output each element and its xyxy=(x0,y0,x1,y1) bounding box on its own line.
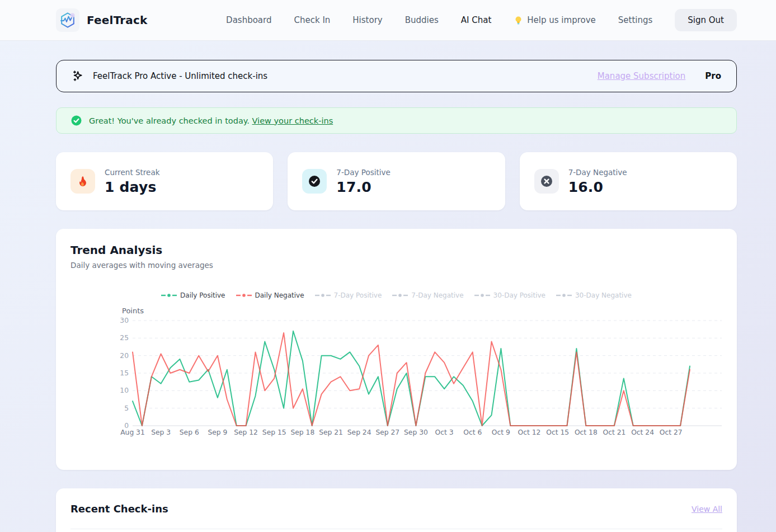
legend-label: 7-Day Positive xyxy=(334,291,382,299)
x-tick-label: Oct 15 xyxy=(546,429,569,436)
stat-card-7day-positive: 7-Day Positive 17.0 xyxy=(288,152,505,210)
stat-value: 16.0 xyxy=(568,179,627,195)
x-tick-label: Sep 3 xyxy=(151,429,171,436)
checked-in-banner: Great! You've already checked in today. … xyxy=(56,107,737,134)
x-tick-label: Oct 3 xyxy=(435,429,454,436)
trend-line-chart: Points051015202530Aug 31Sep 3Sep 6Sep 9S… xyxy=(70,304,722,443)
x-tick-label: Aug 31 xyxy=(120,429,145,436)
trend-subtitle: Daily averages with moving averages xyxy=(70,261,722,270)
series-line-daily-positive xyxy=(133,331,690,426)
nav-history[interactable]: History xyxy=(352,15,382,25)
feeltrack-logo-icon xyxy=(59,12,76,29)
legend-item-7-day-positive[interactable]: 7-Day Positive xyxy=(315,291,382,299)
checked-in-message: Great! You've already checked in today. xyxy=(89,116,250,125)
main-nav: Dashboard Check In History Buddies AI Ch… xyxy=(226,9,737,31)
x-tick-label: Sep 24 xyxy=(347,429,371,436)
legend-label: 30-Day Negative xyxy=(575,291,632,299)
legend-item-daily-positive[interactable]: Daily Positive xyxy=(161,291,225,299)
legend-item-30-day-negative[interactable]: 30-Day Negative xyxy=(556,291,632,299)
flame-icon xyxy=(77,175,89,187)
divider xyxy=(70,529,722,529)
x-tick-label: Oct 21 xyxy=(603,429,626,436)
x-tick-label: Sep 21 xyxy=(319,429,343,436)
y-tick-label: 15 xyxy=(120,369,129,377)
x-tile xyxy=(534,169,559,194)
x-tick-label: Sep 30 xyxy=(404,429,428,436)
x-tick-label: Sep 15 xyxy=(262,429,286,436)
legend-label: 7-Day Negative xyxy=(411,291,463,299)
legend-marker xyxy=(161,293,177,298)
y-tick-label: 10 xyxy=(120,387,129,394)
check-circle-icon xyxy=(308,175,321,187)
y-tick-label: 25 xyxy=(120,334,129,342)
x-tick-label: Sep 12 xyxy=(234,429,258,436)
legend-item-30-day-positive[interactable]: 30-Day Positive xyxy=(474,291,545,299)
dashboard-content: FeelTrack Pro Active - Unlimited check-i… xyxy=(0,41,776,532)
stat-card-7day-negative: 7-Day Negative 16.0 xyxy=(520,152,737,210)
legend-marker xyxy=(556,293,572,298)
nav-dashboard[interactable]: Dashboard xyxy=(226,15,271,25)
nav-help-us-improve[interactable]: Help us improve xyxy=(514,15,595,25)
legend-item-daily-negative[interactable]: Daily Negative xyxy=(236,291,304,299)
legend-label: 30-Day Positive xyxy=(493,291,545,299)
x-tick-label: Oct 27 xyxy=(660,429,683,436)
x-tick-label: Sep 6 xyxy=(180,429,199,436)
pro-subscription-banner: FeelTrack Pro Active - Unlimited check-i… xyxy=(56,60,737,92)
x-tick-label: Sep 27 xyxy=(375,429,399,436)
series-line-daily-negative xyxy=(133,333,690,426)
legend-item-7-day-negative[interactable]: 7-Day Negative xyxy=(392,291,463,299)
manage-subscription-link[interactable]: Manage Subscription xyxy=(598,71,686,81)
legend-marker xyxy=(392,293,408,298)
check-circle-icon xyxy=(71,115,82,126)
stat-card-current-streak: Current Streak 1 days xyxy=(56,152,273,210)
trend-title: Trend Analysis xyxy=(70,243,722,257)
x-tick-label: Oct 24 xyxy=(631,429,654,436)
y-tick-label: 5 xyxy=(124,404,129,412)
pro-banner-text: FeelTrack Pro Active - Unlimited check-i… xyxy=(93,71,267,81)
pro-badge: Pro xyxy=(705,71,721,81)
stat-value: 1 days xyxy=(105,179,160,195)
legend-marker xyxy=(315,293,331,298)
stat-label: 7-Day Positive xyxy=(336,168,390,177)
nav-ai-chat[interactable]: AI Chat xyxy=(461,15,492,25)
y-tick-label: 20 xyxy=(120,352,129,360)
legend-label: Daily Negative xyxy=(255,291,304,299)
stat-label: Current Streak xyxy=(105,168,160,177)
flame-tile xyxy=(70,169,95,194)
trend-chart-area: Points051015202530Aug 31Sep 3Sep 6Sep 9S… xyxy=(70,304,722,445)
lightbulb-icon xyxy=(514,16,523,25)
nav-buddies[interactable]: Buddies xyxy=(405,15,439,25)
view-check-ins-link[interactable]: View your check-ins xyxy=(252,116,333,125)
check-tile xyxy=(302,169,327,194)
top-navigation-bar: FeelTrack Dashboard Check In History Bud… xyxy=(0,0,776,41)
y-axis-title: Points xyxy=(122,307,144,315)
legend-marker xyxy=(236,293,252,298)
x-circle-icon xyxy=(540,175,553,187)
stat-value: 17.0 xyxy=(336,179,390,195)
app-logo xyxy=(56,8,79,32)
view-all-link[interactable]: View All xyxy=(692,505,722,514)
chart-legend: Daily PositiveDaily Negative7-Day Positi… xyxy=(70,291,722,300)
recent-checkins-title: Recent Check-ins xyxy=(70,503,168,515)
stat-label: 7-Day Negative xyxy=(568,168,627,177)
sign-out-button[interactable]: Sign Out xyxy=(675,9,737,31)
x-tick-label: Oct 12 xyxy=(518,429,541,436)
x-tick-label: Sep 18 xyxy=(290,429,314,436)
recent-checkins-card: Recent Check-ins View All xyxy=(56,488,737,532)
x-tick-label: Sep 9 xyxy=(208,429,227,436)
brand-title: FeelTrack xyxy=(87,13,148,27)
nav-help-label: Help us improve xyxy=(527,15,595,25)
trend-analysis-card: Trend Analysis Daily averages with movin… xyxy=(56,229,737,470)
y-gridlines: 051015202530 xyxy=(120,317,722,430)
x-tick-labels: Aug 31Sep 3Sep 6Sep 9Sep 12Sep 15Sep 18S… xyxy=(120,429,682,436)
x-tick-label: Oct 18 xyxy=(575,429,598,436)
y-tick-label: 30 xyxy=(120,317,129,324)
nav-settings[interactable]: Settings xyxy=(618,15,653,25)
legend-label: Daily Positive xyxy=(180,291,225,299)
stats-row: Current Streak 1 days 7-Day Positive 17.… xyxy=(56,152,737,210)
x-tick-label: Oct 9 xyxy=(492,429,510,436)
x-tick-label: Oct 6 xyxy=(463,429,482,436)
sparkles-icon xyxy=(72,69,85,83)
nav-check-in[interactable]: Check In xyxy=(294,15,331,25)
legend-marker xyxy=(474,293,490,298)
